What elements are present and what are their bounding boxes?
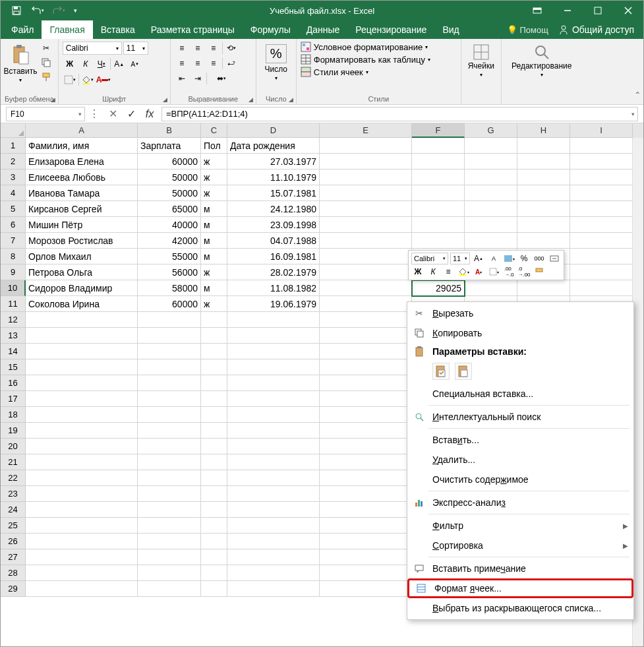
col-header-H[interactable]: H [517, 123, 570, 138]
cell-A21[interactable] [26, 454, 138, 470]
cell-I10[interactable] [570, 280, 633, 296]
align-top-icon[interactable]: ≡ [175, 42, 189, 55]
cell-F3[interactable] [412, 169, 465, 185]
cell-A18[interactable] [26, 407, 138, 423]
cell-E5[interactable] [320, 201, 412, 217]
paste-opt-default[interactable] [432, 363, 450, 380]
mini-merge-icon[interactable] [548, 253, 561, 264]
cell-D2[interactable]: 27.03.1977 [227, 154, 320, 169]
row-header-29[interactable]: 29 [1, 581, 26, 597]
cell-G1[interactable] [465, 138, 517, 154]
cell-I1[interactable] [570, 138, 633, 154]
cell-A11[interactable]: Соколова Ирина [26, 296, 138, 312]
cell-F7[interactable] [412, 233, 465, 249]
row-header-8[interactable]: 8 [1, 249, 26, 264]
mini-bold-icon[interactable]: Ж [411, 266, 424, 278]
col-header-E[interactable]: E [320, 123, 412, 138]
cell-D25[interactable] [227, 518, 320, 534]
mini-font-name[interactable]: Calibri▾ [411, 253, 448, 264]
dialog-launcher-icon[interactable]: ◢ [163, 96, 167, 103]
paste-opt-values[interactable] [455, 363, 472, 380]
row-header-4[interactable]: 4 [1, 185, 26, 201]
cancel-formula-icon[interactable]: ✕ [103, 107, 122, 121]
cell-B13[interactable] [138, 328, 201, 344]
cell-D21[interactable] [227, 454, 320, 470]
row-header-15[interactable]: 15 [1, 359, 26, 375]
cell-I7[interactable] [570, 233, 633, 249]
cell-I5[interactable] [570, 201, 633, 217]
cell-E26[interactable] [320, 534, 412, 549]
cell-D20[interactable] [227, 439, 320, 454]
cell-B24[interactable] [138, 502, 201, 518]
tell-me[interactable]: 💡 Помощ [502, 25, 554, 35]
number-format-button[interactable]: % Число ▾ [260, 42, 292, 84]
collapse-ribbon-icon[interactable]: ˆ [636, 91, 639, 103]
cell-A29[interactable] [26, 581, 138, 597]
cm-quick-analysis[interactable]: Экспресс-анализ [407, 493, 633, 512]
cell-B9[interactable]: 56000 [138, 264, 201, 280]
cell-C16[interactable] [201, 375, 227, 391]
enter-formula-icon[interactable]: ✓ [122, 107, 140, 121]
share-button[interactable]: Общий доступ [554, 20, 643, 39]
tab-view[interactable]: Вид [434, 20, 467, 39]
cell-A10[interactable]: Сидоров Владимир [26, 280, 138, 296]
row-header-3[interactable]: 3 [1, 169, 26, 185]
cell-E2[interactable] [320, 154, 412, 169]
cell-E23[interactable] [320, 486, 412, 502]
format-painter-icon[interactable] [39, 71, 53, 84]
cell-D28[interactable] [227, 565, 320, 581]
cell-A14[interactable] [26, 344, 138, 359]
row-header-11[interactable]: 11 [1, 296, 26, 312]
mini-inc-decimal-icon[interactable]: .00→.0 [502, 266, 515, 278]
cell-F10[interactable]: 29025 [412, 280, 465, 296]
cell-C22[interactable] [201, 470, 227, 486]
cell-A5[interactable]: Кирсанов Сергей [26, 201, 138, 217]
cell-B22[interactable] [138, 470, 201, 486]
cell-B6[interactable]: 40000 [138, 217, 201, 233]
cell-F4[interactable] [412, 185, 465, 201]
row-header-25[interactable]: 25 [1, 518, 26, 534]
cell-A12[interactable] [26, 312, 138, 328]
cell-A1[interactable]: Фамилия, имя [26, 138, 138, 154]
cell-A6[interactable]: Мишин Пётр [26, 217, 138, 233]
cell-G7[interactable] [465, 233, 517, 249]
cell-A24[interactable] [26, 502, 138, 518]
cell-E22[interactable] [320, 470, 412, 486]
cm-paste-special[interactable]: Специальная вставка... [407, 384, 633, 404]
cm-filter[interactable]: Фильтр▶ [407, 516, 633, 536]
cell-D12[interactable] [227, 312, 320, 328]
cell-B20[interactable] [138, 439, 201, 454]
cell-G2[interactable] [465, 154, 517, 169]
cell-D1[interactable]: Дата рождения [227, 138, 320, 154]
cell-E8[interactable] [320, 249, 412, 264]
cell-E13[interactable] [320, 328, 412, 344]
expand-formula-icon[interactable]: ▾ [631, 111, 635, 117]
cell-G5[interactable] [465, 201, 517, 217]
cm-delete[interactable]: Удалить... [407, 450, 633, 470]
cell-B17[interactable] [138, 391, 201, 407]
cell-C15[interactable] [201, 359, 227, 375]
cell-C1[interactable]: Пол [201, 138, 227, 154]
mini-format-painter-icon[interactable] [533, 266, 546, 278]
cell-C26[interactable] [201, 534, 227, 549]
editing-button[interactable]: Редактирование ▾ [506, 42, 578, 80]
wrap-text-icon[interactable]: ⮐ [224, 57, 239, 70]
tab-review[interactable]: Рецензирование [347, 20, 434, 39]
cell-E4[interactable] [320, 185, 412, 201]
font-grow-icon[interactable]: A▲ [112, 57, 127, 71]
cm-smart-lookup[interactable]: Интеллектуальный поиск [407, 407, 633, 427]
cell-B29[interactable] [138, 581, 201, 597]
cell-A16[interactable] [26, 375, 138, 391]
tab-insert[interactable]: Вставка [93, 20, 143, 39]
cell-E24[interactable] [320, 502, 412, 518]
dialog-launcher-icon[interactable]: ◢ [51, 96, 55, 103]
cell-G6[interactable] [465, 217, 517, 233]
cell-B14[interactable] [138, 344, 201, 359]
cell-A27[interactable] [26, 549, 138, 565]
cell-C12[interactable] [201, 312, 227, 328]
cell-B27[interactable] [138, 549, 201, 565]
cm-pick-from-list[interactable]: Выбрать из раскрывающегося списка... [407, 598, 633, 618]
cell-B15[interactable] [138, 359, 201, 375]
cell-H2[interactable] [517, 154, 570, 169]
indent-decrease-icon[interactable]: ⇤ [175, 72, 189, 85]
